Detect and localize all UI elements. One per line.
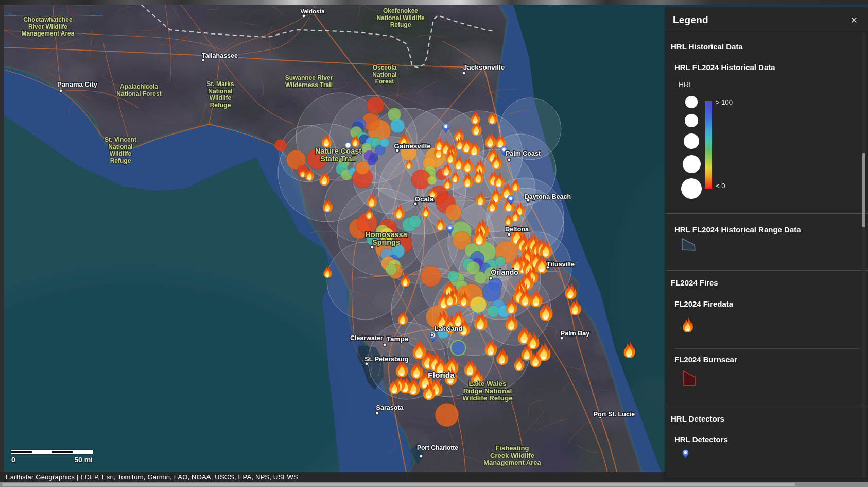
svg-text:Apalachicola: Apalachicola	[120, 83, 158, 90]
svg-text:National: National	[208, 88, 232, 95]
svg-text:Refuge: Refuge	[390, 21, 411, 28]
svg-text:Homosassa: Homosassa	[365, 230, 407, 239]
svg-text:Suwannee River: Suwannee River	[285, 74, 333, 81]
svg-text:Tampa: Tampa	[387, 335, 409, 343]
svg-text:Gainesville: Gainesville	[394, 142, 431, 150]
svg-text:Daytona Beach: Daytona Beach	[525, 193, 571, 200]
svg-text:Creek Wildlife: Creek Wildlife	[490, 451, 534, 459]
svg-text:Refuge: Refuge	[210, 102, 231, 109]
svg-text:State Trail: State Trail	[320, 155, 356, 163]
svg-text:National: National	[108, 143, 132, 150]
svg-text:Port Charlotte: Port Charlotte	[417, 444, 458, 451]
svg-text:Wilderness Trail: Wilderness Trail	[285, 81, 333, 89]
svg-text:Management Area: Management Area	[483, 459, 541, 466]
svg-text:Wildlife: Wildlife	[210, 94, 232, 102]
svg-text:Sarasota: Sarasota	[376, 404, 404, 411]
svg-text:Nature Coast: Nature Coast	[315, 147, 361, 155]
svg-text:Forest: Forest	[375, 78, 394, 85]
svg-text:Palm Coast: Palm Coast	[506, 150, 541, 157]
svg-text:Management Area: Management Area	[22, 30, 75, 37]
svg-text:National: National	[372, 71, 396, 78]
svg-text:Panama City: Panama City	[57, 80, 98, 88]
svg-text:Wildlife: Wildlife	[110, 150, 132, 157]
svg-text:Ocala: Ocala	[415, 195, 434, 203]
svg-text:Valdosta: Valdosta	[300, 8, 325, 14]
svg-text:Tallahassee: Tallahassee	[202, 52, 238, 59]
svg-text:Lake Wales: Lake Wales	[468, 380, 506, 388]
svg-text:Palm Bay: Palm Bay	[561, 330, 589, 337]
svg-text:St. Marks: St. Marks	[206, 80, 234, 88]
svg-text:Osceola: Osceola	[373, 64, 397, 71]
svg-text:Deltona: Deltona	[505, 226, 529, 233]
svg-text:Choctawhatchee: Choctawhatchee	[23, 16, 73, 23]
svg-text:St. Petersburg: St. Petersburg	[364, 356, 408, 363]
svg-text:Fisheating: Fisheating	[495, 444, 529, 452]
svg-text:Titusville: Titusville	[547, 261, 575, 268]
svg-text:Orlando: Orlando	[491, 268, 518, 276]
svg-text:National Wildlife: National Wildlife	[376, 14, 425, 22]
svg-text:Clearwater: Clearwater	[350, 334, 383, 342]
svg-text:River Wildlife: River Wildlife	[28, 23, 67, 30]
svg-text:Refuge: Refuge	[110, 157, 131, 164]
svg-text:Wildlife Refuge: Wildlife Refuge	[462, 394, 513, 402]
svg-text:National Forest: National Forest	[116, 90, 161, 97]
svg-text:Okefenokee: Okefenokee	[383, 7, 418, 14]
svg-text:St. Vincent: St. Vincent	[105, 136, 136, 143]
svg-text:Ridge National: Ridge National	[463, 387, 512, 395]
svg-text:Jacksonville: Jacksonville	[463, 63, 505, 71]
svg-text:Springs: Springs	[372, 238, 400, 246]
svg-text:Lakeland: Lakeland	[435, 325, 462, 332]
svg-text:Port St. Lucie: Port St. Lucie	[594, 411, 635, 418]
svg-text:Florida: Florida	[428, 371, 455, 379]
